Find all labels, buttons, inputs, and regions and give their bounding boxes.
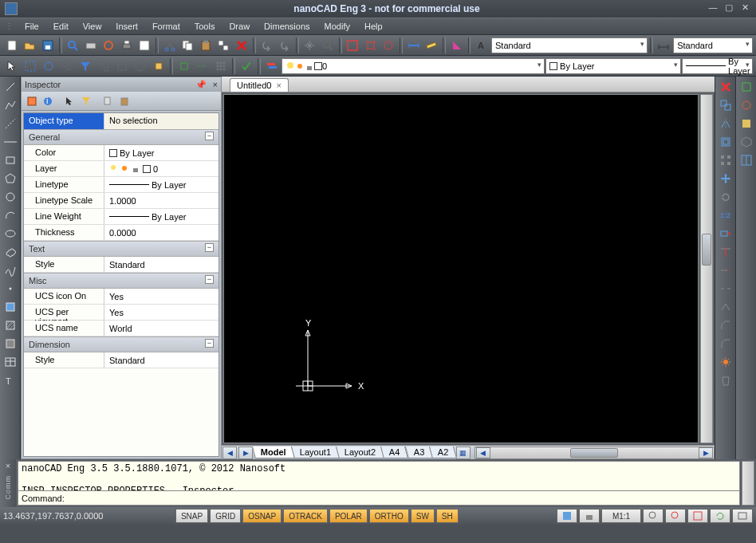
stretch-button[interactable]: [717, 225, 734, 242]
cat-general[interactable]: General−: [24, 129, 219, 145]
scale-button[interactable]: 1:2: [717, 207, 734, 224]
preview-button[interactable]: [65, 37, 82, 54]
regen-button[interactable]: [738, 78, 755, 96]
cat-dimension[interactable]: Dimension−: [24, 336, 219, 352]
ortho-toggle[interactable]: ORTHO: [369, 509, 409, 523]
prop-thickness-value[interactable]: 0.0000: [104, 225, 219, 240]
select-all-button[interactable]: [22, 57, 39, 75]
menu-help[interactable]: Help: [358, 20, 389, 33]
refresh-button[interactable]: [710, 509, 730, 523]
horizontal-scrollbar[interactable]: ◀ ▶: [474, 447, 715, 459]
prop-textstyle-value[interactable]: Standard: [104, 257, 219, 272]
layer-props-button[interactable]: [263, 57, 281, 75]
menu-insert[interactable]: Insert: [109, 20, 144, 33]
layout-tab-a4[interactable]: A4: [380, 447, 408, 458]
isolate-button[interactable]: [150, 57, 167, 75]
collapse-icon[interactable]: −: [205, 275, 214, 284]
zoom-extents-button[interactable]: [362, 37, 380, 54]
cat-text[interactable]: Text−: [24, 241, 219, 257]
layout-tab-layout2[interactable]: Layout2: [336, 447, 384, 458]
prop-ucsvp-value[interactable]: Yes: [104, 305, 219, 320]
osnap-toggle[interactable]: OSNAP: [242, 509, 282, 523]
rectangle-button[interactable]: [2, 151, 19, 169]
distance-button[interactable]: [405, 37, 423, 54]
collapse-icon[interactable]: −: [205, 339, 214, 348]
ray-button[interactable]: [2, 115, 19, 132]
scroll-thumb[interactable]: [570, 448, 618, 458]
menu-tools[interactable]: Tools: [188, 20, 222, 33]
selection-cycle-button[interactable]: [132, 57, 149, 75]
pan-button[interactable]: [301, 37, 319, 54]
copy-button[interactable]: [179, 37, 197, 54]
menu-dimensions[interactable]: Dimensions: [258, 20, 316, 33]
menu-edit[interactable]: Edit: [47, 20, 75, 33]
move-button[interactable]: [717, 170, 734, 187]
viewport-button[interactable]: [738, 151, 755, 169]
print-button[interactable]: [118, 37, 136, 54]
tab-prev-button[interactable]: ◀: [222, 447, 237, 459]
quick-select-button[interactable]: [40, 57, 57, 75]
insp-pick-button[interactable]: [63, 94, 77, 108]
ellipse-button[interactable]: [2, 225, 19, 242]
publish-button[interactable]: [100, 37, 118, 54]
layout-tab-model[interactable]: Model: [252, 447, 295, 458]
tracking-button[interactable]: [194, 57, 211, 75]
command-input[interactable]: Command:: [18, 491, 740, 506]
offset-button[interactable]: [717, 133, 734, 151]
zoom-ext-button[interactable]: [687, 509, 708, 523]
new-button[interactable]: [3, 37, 21, 54]
collapse-icon[interactable]: −: [205, 132, 214, 140]
join-button[interactable]: [717, 298, 734, 316]
delete-button[interactable]: [233, 37, 250, 54]
tab-next-button[interactable]: ▶: [238, 447, 253, 459]
prop-lweight-value[interactable]: By Layer: [104, 209, 219, 224]
polyline-button[interactable]: [2, 96, 19, 114]
view-top-button[interactable]: [738, 115, 755, 132]
dimstyle-button[interactable]: [656, 37, 673, 54]
undo-button[interactable]: [258, 37, 276, 54]
hscroll-left-button[interactable]: ◀: [476, 447, 490, 458]
circle-button[interactable]: [2, 188, 19, 206]
menu-draw[interactable]: Draw: [222, 20, 256, 33]
dimstyle-combo[interactable]: Standard: [673, 37, 753, 53]
command-log[interactable]: nanoCAD Eng 3.5 3.5.1880.1071, © 2012 Na…: [18, 461, 740, 491]
cat-misc[interactable]: Misc−: [24, 273, 219, 289]
region-button[interactable]: [2, 335, 19, 352]
purge-button[interactable]: [717, 372, 734, 389]
otrack-toggle[interactable]: OTRACK: [283, 509, 328, 523]
measure-button[interactable]: [423, 37, 441, 54]
insp-filter-button[interactable]: [79, 94, 93, 108]
inspector-titlebar[interactable]: Inspector 📌 ×: [22, 77, 221, 92]
zoom-plus-button[interactable]: [665, 509, 686, 523]
redraw-button[interactable]: [738, 96, 755, 114]
point-button[interactable]: [2, 280, 19, 297]
redo-button[interactable]: [276, 37, 293, 54]
prop-linetype-value[interactable]: By Layer: [104, 177, 219, 192]
linetype-combo[interactable]: By Layer: [682, 58, 753, 74]
textstyle-button[interactable]: A: [473, 37, 490, 54]
document-tab-close-button[interactable]: ×: [276, 81, 281, 90]
zoom-window-button[interactable]: [345, 37, 362, 54]
mtext-button[interactable]: T: [2, 372, 19, 389]
open-button[interactable]: [22, 37, 39, 54]
sw-toggle[interactable]: SW: [411, 509, 435, 523]
snap-toggle[interactable]: SNAP: [175, 509, 208, 523]
spline-button[interactable]: [2, 262, 19, 279]
command-scrollbar[interactable]: [742, 461, 754, 506]
filter-button[interactable]: [77, 57, 94, 75]
minimize-button[interactable]: —: [707, 2, 719, 13]
layout-tab-a2[interactable]: A2: [429, 447, 457, 458]
pin-icon[interactable]: 📌: [195, 80, 207, 90]
group-button[interactable]: [95, 57, 112, 75]
insp-paste-button[interactable]: [117, 94, 132, 108]
prop-layer-value[interactable]: 0: [104, 161, 219, 176]
explode-button[interactable]: [717, 353, 734, 371]
scroll-thumb[interactable]: [702, 234, 711, 266]
sh-toggle[interactable]: SH: [436, 509, 459, 523]
model-canvas[interactable]: Y X: [223, 94, 699, 443]
prop-color-value[interactable]: By Layer: [104, 145, 219, 160]
mirror-button[interactable]: [717, 115, 734, 132]
close-button[interactable]: ✕: [738, 2, 751, 13]
break-button[interactable]: [717, 280, 734, 297]
menu-file[interactable]: File: [18, 20, 45, 33]
